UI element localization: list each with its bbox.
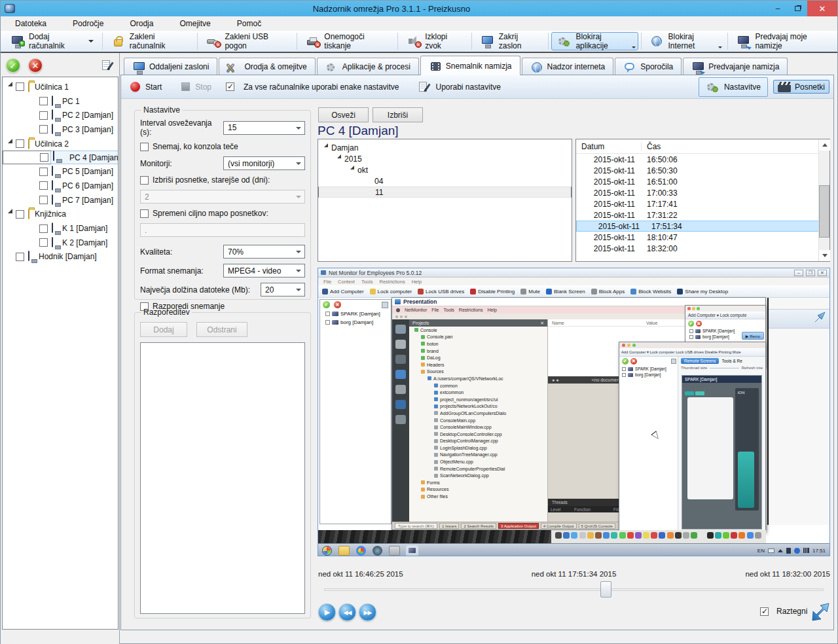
format-select[interactable]: MPEG4 - video [223, 264, 305, 277]
tree-checkbox[interactable] [39, 97, 48, 105]
table-row[interactable]: 2015-okt-11 16:50:30 [576, 165, 829, 176]
computer-tree-row[interactable]: Hodnik [Damjan] [3, 250, 118, 264]
disconnect-button[interactable]: ✕ [28, 58, 43, 73]
computer-tree-row[interactable]: PC 3 [Damjan] [3, 122, 118, 137]
lock-computer-button[interactable]: Zakleni računalnik [105, 32, 195, 50]
refresh-button[interactable]: Osveži [318, 107, 369, 122]
computer-tree-row[interactable]: K 1 [Damjan] [3, 221, 118, 236]
computer-tree-row[interactable]: Učilnica 1 [3, 80, 118, 94]
table-row[interactable]: 2015-okt-11 16:51:00 [576, 176, 829, 187]
delete-old-checkbox[interactable] [140, 176, 149, 185]
add-computer-button[interactable]: + Dodaj računalnik [5, 32, 100, 50]
blank-screen-button[interactable]: Zakrij zaslon [475, 32, 546, 50]
tab-internet-monitor[interactable]: Nadzor interneta [522, 58, 614, 75]
interval-select[interactable]: 15 [223, 121, 305, 135]
tree-checkbox[interactable] [39, 224, 48, 233]
schedule-remove-button[interactable]: Odstrani [196, 322, 247, 337]
menu-item[interactable]: Pomoč [224, 17, 274, 30]
delete-days-select[interactable]: 2 [140, 190, 305, 204]
tree-checkbox[interactable] [16, 210, 24, 219]
table-row[interactable]: 2015-okt-11 17:51:34 [576, 221, 829, 232]
play-button[interactable]: ▶ [318, 603, 336, 621]
change-folder-checkbox[interactable] [140, 209, 149, 218]
recordings-view-button[interactable]: Posnetki [773, 80, 829, 94]
tree-checkbox[interactable] [16, 253, 24, 261]
maxlen-select[interactable]: 20 [261, 283, 305, 296]
computer-tree-row[interactable]: PC 2 [Damjan] [3, 108, 118, 122]
tab-remote-screens[interactable]: Oddaljeni zasloni [124, 58, 217, 75]
computer-tree-row[interactable]: K 2 [Damjan] [3, 236, 118, 250]
scrollbar-thumb[interactable] [819, 185, 829, 238]
mute-button[interactable]: ✕ Izklopi zvok [401, 32, 469, 50]
table-row[interactable]: 2015-okt-11 17:00:33 [576, 187, 829, 198]
close-button[interactable]: ✕ [807, 1, 837, 16]
block-apps-button[interactable]: Blokiraj aplikacije [551, 32, 638, 50]
computer-tree-row[interactable]: PC 5 [Damjan] [3, 164, 118, 179]
timeline-slider-handle[interactable] [600, 581, 611, 598]
rewind-button[interactable]: ◀◀ [338, 603, 356, 621]
block-internet-button[interactable]: Blokiraj Internet [644, 32, 725, 50]
scroll-up-icon[interactable] [819, 139, 830, 151]
start-button[interactable]: Start [145, 82, 162, 92]
computer-tree-row[interactable]: Knjižnica [3, 207, 118, 222]
tree-checkbox[interactable] [39, 168, 48, 176]
table-row[interactable]: 2015-okt-11 17:31:22 [576, 209, 829, 221]
computer-tree-row[interactable]: PC 4 [Damjan] [3, 151, 118, 164]
folder-tree-row[interactable]: 04 [318, 175, 572, 187]
tree-checkbox[interactable] [40, 153, 48, 162]
menu-item[interactable]: Področje [60, 17, 117, 30]
folder-tree-row[interactable]: okt [318, 164, 572, 175]
table-row[interactable]: 2015-okt-11 18:32:00 [576, 243, 829, 254]
disable-printing-button[interactable]: ✕ Onemogoči tiskanje [300, 32, 395, 50]
tree-checkbox[interactable] [16, 82, 24, 91]
computer-tree-row[interactable]: PC 7 [Damjan] [3, 193, 118, 207]
column-date[interactable]: Datum [576, 142, 642, 151]
tree-checkbox[interactable] [39, 181, 48, 190]
same-settings-checkbox[interactable] [226, 82, 234, 91]
tree-checkbox[interactable] [39, 111, 48, 120]
tab-tools[interactable]: Orodja & omejitve [219, 58, 315, 75]
tab-desktop-broadcast[interactable]: Predvajanje namizja [683, 58, 788, 75]
menu-item[interactable]: Omejitve [166, 17, 223, 30]
tree-checkbox[interactable] [16, 139, 24, 148]
schedule-add-button[interactable]: Dodaj [140, 322, 187, 337]
scroll-down-icon[interactable] [819, 250, 830, 261]
restore-button[interactable] [788, 1, 807, 16]
share-desktop-button[interactable]: Predvajaj moje namizje [731, 32, 837, 50]
forward-button[interactable]: ▶▶ [359, 603, 376, 621]
tree-checkbox[interactable] [39, 238, 48, 247]
monitors-select[interactable]: (vsi monitorji) [223, 156, 305, 170]
menu-item[interactable]: Orodja [117, 17, 166, 30]
tab-apps-processes[interactable]: Aplikacije & procesi [317, 58, 419, 75]
minimize-button[interactable]: – [768, 1, 788, 16]
table-scrollbar[interactable] [818, 139, 829, 261]
expand-preview-icon[interactable] [810, 602, 829, 623]
menu-item[interactable]: Datoteka [2, 17, 60, 30]
folder-input[interactable]: . [140, 223, 305, 237]
connect-button[interactable]: ✓ [6, 58, 20, 73]
folder-tree-row[interactable]: Damjan [318, 142, 572, 153]
apply-settings-button[interactable]: Uporabi nastavitve [436, 82, 501, 92]
settings-view-button[interactable]: Nastavitve [699, 77, 768, 97]
stretch-checkbox[interactable] [760, 607, 769, 616]
computer-tree-row[interactable]: Učilnica 2 [3, 137, 118, 151]
timeline-slider-track[interactable] [324, 588, 824, 591]
column-time[interactable]: Čas [642, 142, 661, 151]
quality-select[interactable]: 70% [223, 245, 305, 259]
computer-tree-row[interactable]: PC 1 [3, 94, 118, 109]
tab-desktop-recorder[interactable]: Snemalnik namizja [420, 56, 520, 75]
lock-usb-button[interactable]: ✕ Zakleni USB pogon [200, 32, 294, 50]
edit-list-icon[interactable] [100, 59, 114, 72]
folder-tree-row[interactable]: 11 [318, 187, 572, 198]
table-row[interactable]: 2015-okt-11 18:10:47 [576, 232, 829, 243]
table-row[interactable]: 2015-okt-11 16:50:06 [576, 154, 829, 165]
record-console-checkbox[interactable] [140, 143, 149, 151]
tree-checkbox[interactable] [39, 196, 48, 204]
delete-button[interactable]: Izbriši [373, 107, 423, 122]
tab-messages[interactable]: Sporočila [615, 58, 682, 75]
computer-tree-row[interactable]: PC 6 [Damjan] [3, 179, 118, 193]
stop-button[interactable]: Stop [195, 82, 211, 92]
tree-checkbox[interactable] [39, 125, 48, 134]
schedule-list[interactable] [140, 342, 305, 614]
folder-tree-row[interactable]: 2015 [318, 153, 572, 164]
